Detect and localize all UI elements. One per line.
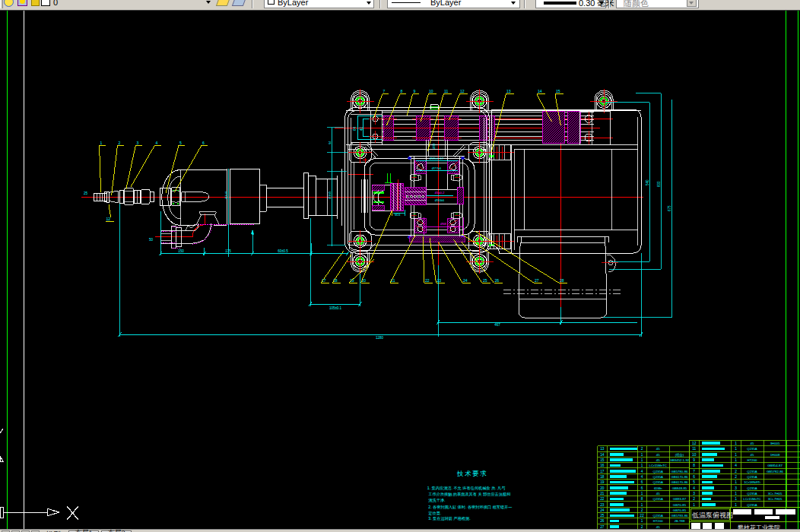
svg-text:1. 泵内应清洁. 不允 许有任何机械杂 质. 凡与: 1. 泵内应清洁. 不允 许有任何机械杂 质. 凡与	[427, 486, 506, 491]
svg-text:HT200: HT200	[748, 458, 758, 462]
svg-text:1: 1	[693, 503, 695, 507]
svg-text:8: 8	[401, 89, 403, 93]
svg-text:1: 1	[641, 492, 643, 496]
svg-text:11: 11	[692, 447, 696, 451]
svg-text:45: 45	[656, 492, 660, 496]
svg-text:11: 11	[444, 89, 448, 93]
svg-text:15: 15	[556, 89, 560, 93]
svg-text:1H008: 1H008	[770, 453, 780, 457]
svg-text:21: 21	[600, 492, 605, 496]
svg-text:45: 45	[656, 453, 660, 457]
svg-text:50: 50	[149, 238, 154, 242]
svg-text:65Mn: 65Mn	[654, 486, 662, 490]
svg-text:24: 24	[600, 508, 605, 512]
svg-text:2: 2	[119, 141, 121, 145]
svg-text:M24: M24	[395, 214, 400, 217]
svg-text:1: 1	[735, 503, 737, 507]
svg-text:45±0.2: 45±0.2	[435, 191, 445, 195]
svg-text:1: 1	[735, 453, 737, 457]
svg-text:4: 4	[641, 475, 643, 479]
svg-text:GB70-85: GB70-85	[673, 508, 687, 512]
svg-text:Q235A: Q235A	[747, 447, 757, 451]
svg-text:26: 26	[495, 278, 500, 283]
svg-text:GB3452.1-92: GB3452.1-92	[670, 458, 690, 462]
svg-text:(组合): (组合)	[675, 453, 684, 457]
svg-text:6: 6	[202, 141, 205, 145]
svg-text:4: 4	[156, 141, 158, 145]
svg-text:Q235A: Q235A	[653, 480, 664, 484]
svg-text:3: 3	[137, 141, 139, 145]
svg-text:Q235A: Q235A	[653, 497, 664, 501]
svg-text:7: 7	[383, 89, 386, 93]
svg-text:1Cr18Ni9Ti: 1Cr18Ni9Ti	[744, 480, 760, 484]
svg-text:4: 4	[735, 464, 737, 467]
svg-text:GB854-87: GB854-87	[767, 464, 783, 467]
svg-text:18: 18	[600, 475, 605, 479]
svg-text:3Cr-7H05: 3Cr-7H05	[768, 492, 783, 496]
svg-text:Ø77k6: Ø77k6	[432, 166, 442, 170]
svg-text:Ø30k6: Ø30k6	[435, 198, 445, 202]
svg-text:14: 14	[538, 89, 542, 93]
svg-text:GB93-87: GB93-87	[673, 497, 687, 501]
svg-text:25: 25	[483, 278, 487, 283]
svg-text:1: 1	[641, 519, 643, 523]
svg-text:Q235A: Q235A	[747, 486, 757, 490]
svg-text:2: 2	[693, 497, 695, 501]
svg-text:2: 2	[641, 447, 643, 451]
svg-text:GB5780-86: GB5780-86	[671, 470, 688, 473]
svg-text:GB70-85: GB70-85	[673, 503, 687, 507]
svg-text:1: 1	[735, 497, 737, 501]
svg-text:GB5783-86: GB5783-86	[671, 514, 688, 518]
svg-text:13: 13	[600, 447, 605, 451]
svg-text:3: 3	[693, 492, 695, 496]
svg-text:Q235A: Q235A	[747, 475, 757, 479]
svg-text:64: 64	[353, 126, 357, 131]
svg-text:1: 1	[735, 492, 737, 496]
svg-text:60±0.5: 60±0.5	[278, 249, 288, 253]
svg-text:14: 14	[600, 453, 605, 457]
svg-text:20: 20	[600, 486, 605, 490]
svg-text:技术要求: 技术要求	[456, 470, 487, 477]
svg-text:Ø140: Ø140	[224, 191, 228, 199]
svg-text:9: 9	[693, 458, 695, 462]
svg-text:工作介质接触 的表面及其有 关 部位应去油脂和: 工作介质接触 的表面及其有 关 部位应去油脂和	[428, 492, 510, 497]
svg-text:150: 150	[178, 249, 184, 253]
svg-text:Ø68: Ø68	[440, 222, 447, 226]
svg-text:675: 675	[668, 205, 671, 211]
svg-text:Q235A: Q235A	[653, 470, 664, 473]
svg-text:40: 40	[360, 126, 363, 131]
svg-text:2. 各密封圈入缸 体时. 各密封环接口 相互错开一: 2. 各密封圈入缸 体时. 各密封环接口 相互错开一	[428, 505, 512, 510]
svg-text:1: 1	[735, 458, 737, 462]
svg-text:HT200: HT200	[653, 519, 664, 523]
svg-text:Ø38: Ø38	[432, 143, 436, 149]
svg-text:7: 7	[693, 470, 695, 473]
svg-text:25: 25	[84, 192, 88, 195]
svg-text:10: 10	[429, 89, 433, 93]
svg-text:Ø45±0.17: Ø45±0.17	[430, 157, 444, 160]
svg-text:26: 26	[600, 519, 605, 523]
svg-text:64: 64	[328, 141, 332, 144]
svg-text:3H005: 3H005	[770, 442, 780, 445]
svg-text:17: 17	[600, 470, 605, 473]
svg-text:105±0.1: 105±0.1	[329, 306, 342, 310]
svg-text:5: 5	[179, 141, 182, 145]
svg-text:45: 45	[656, 447, 660, 451]
svg-text:Q235A: Q235A	[653, 514, 664, 518]
svg-text:LCr15MnTC: LCr15MnTC	[649, 464, 667, 467]
svg-text:2: 2	[735, 470, 737, 473]
svg-text:16: 16	[600, 464, 605, 467]
svg-text:清洗干净.: 清洗干净.	[428, 498, 445, 503]
svg-text:28: 28	[560, 278, 564, 283]
svg-text:8: 8	[693, 464, 695, 467]
svg-text:8: 8	[641, 497, 643, 501]
svg-text:6: 6	[641, 486, 643, 490]
svg-text:1: 1	[641, 458, 643, 462]
svg-text:4: 4	[693, 486, 695, 490]
svg-text:JB-T88: JB-T88	[675, 519, 685, 523]
svg-text:25: 25	[600, 514, 605, 518]
svg-text:24: 24	[463, 278, 468, 283]
svg-text:5: 5	[693, 480, 695, 484]
svg-text:GB6170-86: GB6170-86	[671, 480, 688, 484]
svg-text:23: 23	[437, 278, 442, 283]
svg-text:Q235A: Q235A	[747, 492, 757, 496]
